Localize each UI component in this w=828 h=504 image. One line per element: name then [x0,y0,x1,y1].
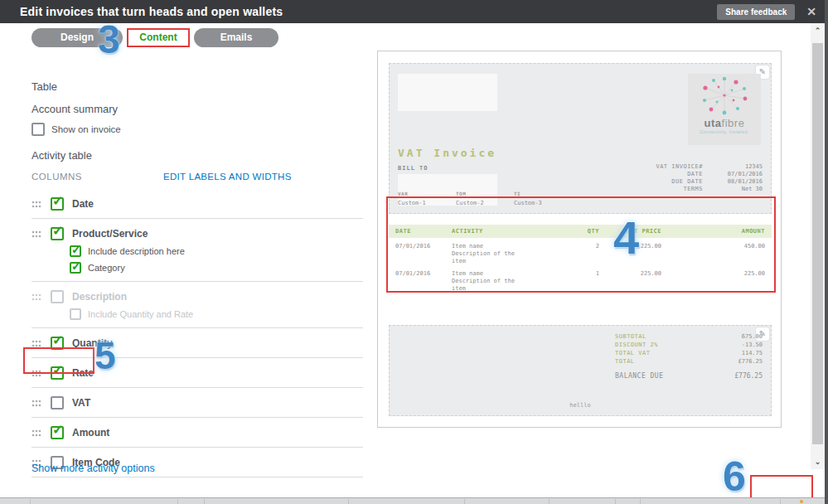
logo-starburst-icon [699,75,750,115]
dialog-body: Design Content Emails Table Account summ… [0,23,825,497]
include-description-checkbox[interactable]: ✓ [70,245,81,257]
column-row-quantity: ✓ Quantity [31,328,363,358]
activity-table-heading: Activity table [31,149,92,162]
column-row-vat: VAT [31,388,363,418]
column-label-vat: VAT [72,397,90,409]
include-description-label: Include description here [88,246,185,256]
column-row-product-service: ✓ Product/Service ✓ Include description … [31,219,363,282]
column-label-amount: Amount [72,427,109,439]
activity-table-header: DATE ACTIVITY QTY UNIT PRICE AMOUNT [389,225,772,238]
quantity-checkbox[interactable]: ✓ [51,337,64,350]
window-edge [825,0,828,504]
dialog-title: Edit invoices that turn heads and open w… [20,5,283,18]
drag-handle-icon[interactable] [31,429,41,437]
tab-emails[interactable]: Emails [194,28,278,47]
table-heading: Table [31,80,57,93]
utafibre-logo: utafibre Connectivity. Installed. [688,74,761,145]
scrollbar-thumb[interactable] [812,43,823,444]
bill-to-label: BILL TO [398,165,429,172]
show-on-invoice-label: Show on invoice [51,124,121,134]
invoice-footer-section[interactable]: ✎ SUBTOTAL675.00 DISCOUNT 2%-13.50 TOTAL… [389,325,772,416]
invoice-title: VAT Invoice [398,147,496,159]
drag-handle-icon[interactable] [31,201,41,208]
amount-checkbox[interactable]: ✓ [51,426,64,439]
account-summary-heading: Account summary [31,103,118,115]
scroll-up-icon[interactable]: ⌃ [811,25,825,36]
column-label-rate: Rate [72,367,94,379]
rate-checkbox[interactable]: ✓ [51,366,64,380]
description-checkbox[interactable] [51,290,64,303]
category-checkbox[interactable]: ✓ [70,262,81,274]
edit-labels-widths-link[interactable]: EDIT LABELS AND WIDTHS [163,172,292,182]
include-quantity-rate-checkbox[interactable] [70,308,81,320]
category-label: Category [88,263,125,273]
drag-handle-icon[interactable] [31,400,41,407]
show-on-invoice-checkbox[interactable] [31,123,45,136]
logo-tagline: Connectivity. Installed. [688,129,761,134]
product-service-checkbox[interactable]: ✓ [51,227,64,240]
columns-caption: COLUMNS [31,172,82,182]
columns-list: ✓ Date ✓ Product/Service ✓ Include descr… [31,189,363,477]
column-row-rate: ✓ Rate [31,358,363,388]
activity-row: 07/01/2016 Item nameDescription of theit… [389,265,772,293]
invoice-meta: VAT INVOICE#12345 DATE07/01/2016 DUE DAT… [632,163,763,193]
background-page-strip [0,497,828,504]
invoice-totals: SUBTOTAL675.00 DISCOUNT 2%-13.50 TOTAL V… [615,332,763,380]
vat-checkbox[interactable] [51,396,64,410]
scroll-down-icon[interactable]: ⌄ [811,456,825,468]
taskbar-dot-icon [800,500,803,503]
close-icon[interactable]: ✕ [806,6,816,17]
logo-brand-text: utafibre [688,117,761,129]
edit-invoices-dialog: Edit invoices that turn heads and open w… [0,0,828,504]
tab-content[interactable]: Content [127,28,190,47]
scrollbar[interactable]: ⌃ ⌄ [811,23,825,469]
invoice-header-section[interactable]: ✎ [389,63,772,214]
column-row-amount: ✓ Amount [31,418,363,448]
tab-design[interactable]: Design [31,28,123,47]
date-checkbox[interactable]: ✓ [51,197,64,211]
drag-handle-icon[interactable] [31,370,41,377]
dialog-header: Edit invoices that turn heads and open w… [0,0,828,23]
invoice-footer-note: helllo [390,402,771,409]
balance-due-row: BALANCE DUE£776.25 [615,372,763,380]
tab-bar: Design Content Emails [31,27,278,47]
company-address-placeholder [398,74,497,111]
invoice-preview: ✎ [377,51,782,428]
share-feedback-button[interactable]: Share feedback [717,4,795,20]
drag-handle-icon[interactable] [31,230,41,238]
column-label-date: Date [72,198,94,210]
drag-handle-icon[interactable] [31,293,41,301]
column-label-quantity: Quantity [72,337,113,349]
column-label-product-service: Product/Service [72,228,148,240]
column-row-date: ✓ Date [31,189,363,219]
include-quantity-rate-label: Include Quantity and Rate [88,309,193,319]
drag-handle-icon[interactable] [31,340,41,347]
activity-row: 07/01/2016 Item nameDescription of theit… [389,238,772,265]
show-more-activity-options-link[interactable]: Show more activity options [31,463,155,474]
column-row-description: Description Include Quantity and Rate [31,282,363,328]
column-label-description: Description [72,291,127,303]
custom-fields-row: VARCustom-1 TOMCustom-2 TICustom-3 [398,191,572,206]
invoice-activity-table[interactable]: DATE ACTIVITY QTY UNIT PRICE AMOUNT 07/0… [389,225,772,314]
